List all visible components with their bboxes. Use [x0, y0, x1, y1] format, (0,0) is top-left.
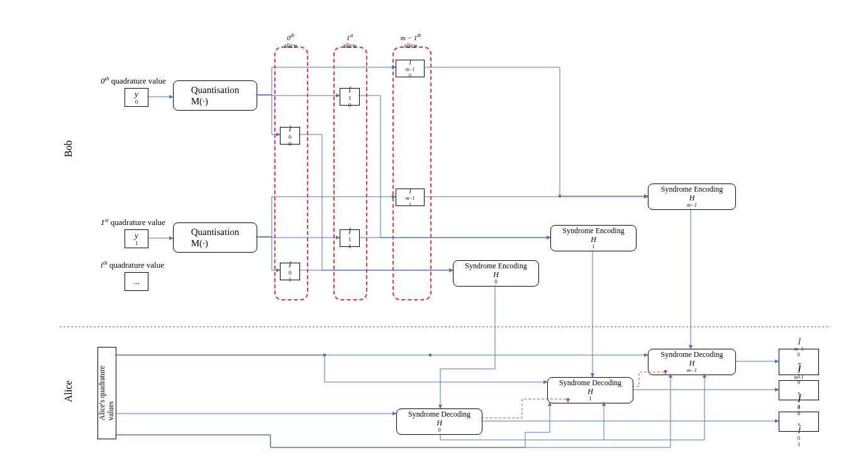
connectors — [0, 0, 868, 460]
svg-point-3 — [429, 354, 431, 356]
svg-point-1 — [559, 195, 561, 197]
